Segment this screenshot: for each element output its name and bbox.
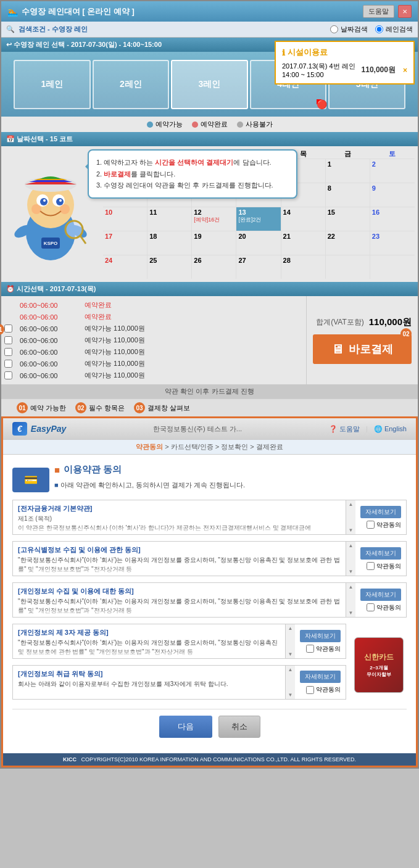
- scroll-up-4[interactable]: ▲: [288, 626, 293, 631]
- question-icon: ❓: [329, 425, 338, 433]
- svg-point-15: [65, 221, 83, 238]
- time-row-available-4[interactable]: 06:00~06:00 예약가능 110,000원: [4, 358, 303, 370]
- time-row-available-3[interactable]: 06:00~06:00 예약가능 110,000원: [4, 346, 303, 358]
- cal-cell[interactable]: [326, 255, 370, 279]
- time-checkbox-2[interactable]: [4, 336, 12, 344]
- lane-3[interactable]: 3레인: [171, 60, 248, 109]
- time-value: 06:00~06:00: [20, 337, 81, 344]
- total-row: 합계(VAT포함) 110,000원: [316, 316, 412, 328]
- res-close-btn[interactable]: ×: [403, 66, 407, 75]
- scroll-down-1[interactable]: ▼: [349, 527, 354, 533]
- reservation-info-box: ℹ 시설이용료 2017.07.13(목) 4번 레인 14:00 ~ 15:0…: [275, 41, 415, 85]
- cal-cell[interactable]: [370, 255, 415, 279]
- cal-cell[interactable]: 26: [192, 255, 236, 279]
- scroll-up-5[interactable]: ▲: [288, 667, 293, 672]
- cal-cell[interactable]: 28: [281, 255, 326, 279]
- shinhan-card-image: 신한카드 2~3개월 무이자할부: [354, 637, 404, 693]
- radio-date-search[interactable]: 날짜검색: [330, 25, 368, 34]
- circle-01: 01: [0, 324, 4, 335]
- easypay-help-link[interactable]: ❓ 도움말: [329, 424, 360, 434]
- pay-button[interactable]: 🖥 바로결제: [313, 334, 412, 364]
- cal-cell[interactable]: 2: [370, 159, 415, 183]
- scroll-down-5[interactable]: ▼: [288, 692, 293, 698]
- pay-icon: 🖥: [331, 342, 344, 357]
- time-checkbox-5[interactable]: [4, 371, 12, 379]
- agree-checkbox-1[interactable]: [367, 521, 375, 529]
- res-date: 2017.07.13(목) 4번 레인 14:00 ~ 15:00: [282, 62, 355, 78]
- cal-cell[interactable]: 22: [326, 231, 370, 255]
- cal-cell[interactable]: 12[예약]16건: [192, 207, 236, 231]
- agree-check-2[interactable]: 약관동의: [367, 562, 401, 571]
- svg-point-10: [60, 204, 70, 214]
- cal-cell[interactable]: 11: [147, 207, 192, 231]
- detail-btn-3[interactable]: 자세히보기: [360, 589, 401, 601]
- cal-cell[interactable]: 21: [281, 231, 326, 255]
- close-button[interactable]: ×: [398, 5, 412, 18]
- terms-title-area: 💳 ■ 이용약관 동의 ■ 아래 약관에 확인하시고, 동의하시면 결제가 계속…: [12, 464, 407, 496]
- agree-check-5[interactable]: 약관동의: [306, 685, 341, 694]
- res-info-icon: ℹ: [282, 48, 285, 57]
- time-value: 06:00~06:00: [20, 302, 81, 309]
- scroll-up-3[interactable]: ▲: [349, 584, 354, 590]
- cal-cell[interactable]: 9: [370, 183, 415, 207]
- agree-check-3[interactable]: 약관동의: [367, 603, 401, 612]
- time-status: 예약완료: [85, 312, 303, 321]
- cal-cell[interactable]: 24: [103, 255, 147, 279]
- cal-cell[interactable]: 20: [236, 231, 281, 255]
- detail-btn-4[interactable]: 자세히보기: [300, 630, 341, 642]
- terms-main-title: ■ 이용약관 동의: [54, 464, 245, 476]
- svg-point-9: [31, 204, 41, 214]
- time-row-available-2[interactable]: 06:00~06:00 예약가능 110,000원: [4, 334, 303, 346]
- cal-cell[interactable]: 23: [370, 231, 415, 255]
- scroll-up-1[interactable]: ▲: [349, 502, 354, 507]
- search-radio-group: 날짜검색 레인검색: [330, 25, 413, 34]
- cal-cell[interactable]: 15: [326, 207, 370, 231]
- radio-lane-search[interactable]: 레인검색: [375, 25, 413, 34]
- time-checkbox-1[interactable]: [4, 324, 12, 333]
- lane-1[interactable]: 1레인: [14, 60, 91, 109]
- time-checkbox-4[interactable]: [4, 360, 12, 368]
- cal-cell[interactable]: 17: [103, 231, 147, 255]
- terms-scroll-5: ▲ ▼: [286, 666, 295, 699]
- next-button[interactable]: 다음: [159, 716, 212, 738]
- agree-checkbox-4[interactable]: [306, 645, 314, 653]
- cal-cell-selected[interactable]: 13[완료]2건: [236, 207, 281, 231]
- agree-check-1[interactable]: 약관동의: [367, 521, 401, 529]
- cal-cell[interactable]: 8: [326, 183, 370, 207]
- radio-date-input[interactable]: [330, 25, 338, 33]
- scroll-down-3[interactable]: ▼: [349, 610, 354, 616]
- radio-lane-input[interactable]: [375, 25, 383, 33]
- time-row-available-1[interactable]: 06:00~06:00 예약가능 110,000원: [4, 323, 303, 334]
- detail-btn-2[interactable]: 자세히보기: [360, 547, 401, 560]
- scroll-down-2[interactable]: ▼: [349, 569, 354, 574]
- cal-cell[interactable]: 27: [236, 255, 281, 279]
- cal-cell[interactable]: 25: [147, 255, 192, 279]
- time-checkbox-3[interactable]: [4, 348, 12, 356]
- detail-btn-1[interactable]: 자세히보기: [360, 506, 401, 518]
- lane-2[interactable]: 2레인: [93, 60, 170, 109]
- agree-checkbox-3[interactable]: [367, 603, 375, 611]
- terms-actions-4: 자세히보기 약관동의: [295, 624, 346, 658]
- cal-cell[interactable]: 19: [192, 231, 236, 255]
- cal-cell[interactable]: 1: [326, 159, 370, 183]
- cancel-button[interactable]: 취소: [218, 716, 260, 738]
- easypay-english-link[interactable]: 🌐 English: [374, 425, 407, 433]
- scroll-up-2[interactable]: ▲: [349, 543, 354, 548]
- help-button[interactable]: 도움말: [363, 5, 394, 18]
- cal-cell[interactable]: 18: [147, 231, 192, 255]
- detail-btn-5[interactable]: 자세히보기: [300, 671, 341, 683]
- cal-cell[interactable]: 14: [281, 207, 326, 231]
- terms-scroll-2: ▲ ▼: [346, 542, 355, 576]
- agree-checkbox-5[interactable]: [306, 686, 314, 694]
- cal-cell-today[interactable]: 16: [370, 207, 415, 231]
- cal-cell[interactable]: 10: [103, 207, 147, 231]
- terms-text-1: [전자금융거래 기본약관] 제1조 (목적) 이 약관은 한국정보통신주식회사 …: [13, 500, 346, 534]
- window-title: 수영장 레인대여 [ 온라인 예약 ]: [22, 6, 135, 17]
- agree-checkbox-2[interactable]: [367, 562, 375, 570]
- agree-check-4[interactable]: 약관동의: [306, 645, 341, 653]
- svg-point-7: [43, 199, 46, 202]
- globe-icon: 🌐: [374, 425, 383, 433]
- scroll-down-4[interactable]: ▼: [288, 651, 293, 657]
- time-row-available-5[interactable]: 06:00~06:00 예약가능 110,000원: [4, 370, 303, 381]
- cal-header-icon: 📅: [6, 135, 15, 143]
